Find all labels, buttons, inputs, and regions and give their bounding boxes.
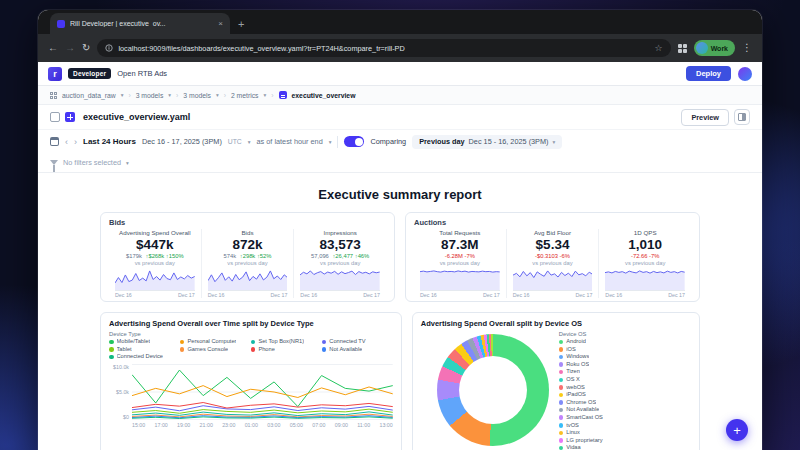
legend-item[interactable]: Not Available (322, 346, 393, 354)
kpi-label: Avg Bid Floor (513, 229, 593, 236)
browser-tab[interactable]: Rill Developer | executive_ov... × (50, 13, 230, 34)
as-of-selector[interactable]: as of latest hour end (257, 137, 323, 146)
axis-tick: 13:00 (379, 422, 392, 428)
no-filters-label[interactable]: No filters selected (63, 158, 121, 167)
legend-item[interactable]: Connected Device (109, 353, 180, 361)
project-name[interactable]: Open RTB Ads (117, 69, 167, 78)
breadcrumb-source[interactable]: auction_data_raw (62, 92, 116, 99)
legend-item[interactable]: iPadOS (559, 391, 691, 399)
url-text[interactable]: localhost:9009/files/dashboards/executiv… (118, 44, 649, 53)
add-widget-button[interactable]: + (726, 419, 748, 441)
legend-item[interactable]: Phone (251, 346, 322, 354)
kpi-sparkline[interactable] (513, 268, 593, 290)
chevron-down-icon[interactable]: ▾ (126, 160, 129, 166)
deploy-button[interactable]: Deploy (686, 66, 731, 81)
preview-button[interactable]: Preview (681, 109, 729, 126)
time-range-label[interactable]: Last 24 Hours (83, 137, 136, 146)
address-bar[interactable]: localhost:9009/files/dashboards/executiv… (97, 39, 670, 57)
kpi-bids[interactable]: Bids 872k 574k ↑298k ↑52% vs previous da… (201, 229, 294, 298)
bookmark-icon[interactable]: ☆ (655, 43, 663, 53)
kpi-delta-percent: ↑52% (257, 253, 272, 259)
kpi-total-requests[interactable]: Total Requests 87.3M -6.28M -7% vs previ… (414, 229, 506, 298)
chevron-down-icon[interactable]: ▾ (248, 139, 251, 145)
dashboard-canvas: Executive summary report Bids Advertisin… (38, 173, 762, 450)
kpi-sparkline[interactable] (605, 268, 685, 290)
kpi-1d-qps[interactable]: 1D QPS 1,010 -72.66 -7% vs previous day … (598, 229, 691, 298)
prev-period-button[interactable]: ‹ (65, 137, 68, 147)
breadcrumb-metrics[interactable]: 2 metrics (231, 92, 259, 99)
extensions-icon[interactable] (678, 44, 687, 53)
legend-item[interactable]: Vidaa (559, 444, 691, 450)
kpi-avg-bid-floor[interactable]: Avg Bid Floor $5.34 -$0.3103 -6% vs prev… (506, 229, 599, 298)
chart-title: Advertising Spend Overall over Time spli… (109, 319, 393, 328)
timezone-label[interactable]: UTC (228, 138, 242, 145)
legend-item[interactable]: iOS (559, 346, 691, 354)
comparing-toggle[interactable] (344, 136, 364, 147)
browser-window: Rill Developer | executive_ov... × + ← →… (38, 10, 762, 450)
legend-item[interactable]: webOS (559, 384, 691, 392)
legend-item[interactable]: Roku OS (559, 361, 691, 369)
compare-period-selector[interactable]: Previous day Dec 15 - 16, 2025 (3PM) ▾ (412, 135, 562, 149)
axis-tick: Dec 16 (300, 292, 317, 298)
legend-item[interactable]: Games Console (180, 346, 251, 354)
axis-tick: Dec 16 (605, 292, 622, 298)
legend-item[interactable]: Android (559, 338, 691, 346)
line-chart[interactable] (132, 364, 393, 420)
site-info-icon[interactable] (105, 44, 113, 52)
chevron-down-icon[interactable]: ▾ (329, 139, 332, 145)
chevron-down-icon[interactable]: ▾ (168, 92, 171, 98)
legend-item[interactable]: OS X (559, 376, 691, 384)
breadcrumb-models-2[interactable]: 3 models (183, 92, 211, 99)
back-button[interactable]: ← (48, 43, 58, 53)
legend-item[interactable]: Windows (559, 353, 691, 361)
chevron-down-icon[interactable]: ▾ (264, 92, 267, 98)
legend-item[interactable]: Set Top Box(NR1) (251, 338, 322, 346)
file-name: executive_overview.yaml (83, 112, 190, 122)
file-header: executive_overview.yaml Preview (38, 105, 762, 130)
kpi-value: 83,573 (300, 237, 380, 252)
legend-item[interactable]: Personal Computer (180, 338, 251, 346)
panel-toggle-button[interactable] (734, 109, 750, 125)
axis-tick: Dec 17 (483, 292, 500, 298)
legend-item[interactable]: Chrome OS (559, 399, 691, 407)
kpi-sparkline[interactable] (300, 268, 380, 290)
source-file-icon[interactable] (50, 112, 60, 122)
dashboard-file-icon[interactable] (65, 112, 75, 122)
browser-menu-icon[interactable]: ⋮ (742, 43, 752, 53)
kpi-sparkline[interactable] (420, 268, 500, 290)
legend-item[interactable]: SmartCast OS (559, 414, 691, 422)
chevron-down-icon[interactable]: ▾ (216, 92, 219, 98)
legend-item[interactable]: LG proprietary (559, 437, 691, 445)
donut-chart[interactable] (437, 334, 549, 446)
legend-item[interactable]: Tizen (559, 368, 691, 376)
close-tab-icon[interactable]: × (218, 19, 223, 28)
kpi-label: Bids (208, 229, 288, 236)
breadcrumb-current[interactable]: executive_overview (292, 92, 356, 99)
kpi-x-axis: Dec 16 Dec 17 (513, 290, 593, 298)
kpi-x-axis: Dec 16 Dec 17 (115, 290, 195, 298)
user-avatar[interactable] (738, 67, 752, 81)
kpi-sparkline[interactable] (115, 268, 195, 290)
breadcrumb-separator: › (224, 92, 226, 99)
legend-item[interactable]: Tablet (109, 346, 180, 354)
legend-item[interactable]: tvOS (559, 422, 691, 430)
legend-item[interactable]: Linux (559, 429, 691, 437)
calendar-icon[interactable] (50, 137, 59, 146)
kpi-advertising-spend[interactable]: Advertising Spend Overall $447k $179k ↑$… (109, 229, 201, 298)
new-tab-button[interactable]: + (238, 18, 244, 30)
chevron-down-icon[interactable]: ▾ (121, 92, 124, 98)
filter-funnel-icon[interactable] (50, 160, 58, 165)
kpi-impressions[interactable]: Impressions 83,573 57,096 ↑26,477 ↑46% v… (293, 229, 386, 298)
donut-chart-card: Advertising Spend Overall split by Devic… (412, 312, 700, 450)
forward-button[interactable]: → (65, 43, 75, 53)
legend-item[interactable]: Not Available (559, 406, 691, 414)
reload-button[interactable]: ↻ (82, 43, 90, 53)
profile-chip[interactable]: Work (694, 40, 735, 56)
kpi-sparkline[interactable] (208, 268, 288, 290)
breadcrumb-separator: › (176, 92, 178, 99)
next-period-button[interactable]: › (74, 137, 77, 147)
legend-item[interactable]: Connected TV (322, 338, 393, 346)
breadcrumb-models-1[interactable]: 3 models (136, 92, 164, 99)
rill-logo[interactable]: r (48, 67, 62, 81)
legend-item[interactable]: Mobile/Tablet (109, 338, 180, 346)
